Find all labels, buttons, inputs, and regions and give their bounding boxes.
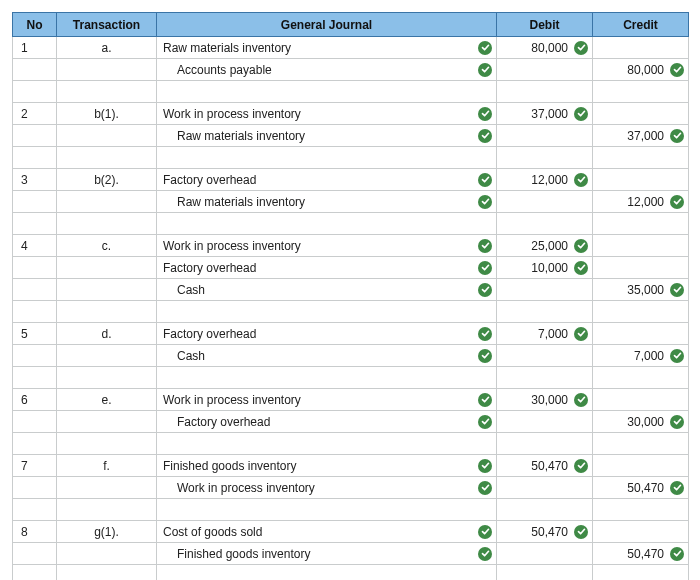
journal-table: No Transaction General Journal Debit Cre…	[12, 12, 689, 580]
table-row: Work in process inventory50,470	[13, 477, 689, 499]
cell-no	[13, 565, 57, 581]
cell-general-journal: Factory overhead	[157, 257, 497, 279]
cell-no	[13, 191, 57, 213]
cell-debit	[497, 565, 593, 581]
cell-debit	[497, 81, 593, 103]
check-icon	[478, 129, 492, 143]
cell-transaction: c.	[57, 235, 157, 257]
cell-debit: 37,000	[497, 103, 593, 125]
cell-debit	[497, 433, 593, 455]
check-icon	[670, 547, 684, 561]
header-debit: Debit	[497, 13, 593, 37]
cell-credit: 30,000	[593, 411, 689, 433]
table-row: Finished goods inventory50,470	[13, 543, 689, 565]
cell-debit: 7,000	[497, 323, 593, 345]
check-icon	[478, 349, 492, 363]
check-icon	[670, 415, 684, 429]
check-icon	[670, 481, 684, 495]
cell-credit: 50,470	[593, 543, 689, 565]
check-icon	[478, 63, 492, 77]
cell-transaction	[57, 191, 157, 213]
check-icon	[574, 239, 588, 253]
cell-transaction: d.	[57, 323, 157, 345]
cell-no	[13, 433, 57, 455]
cell-debit	[497, 411, 593, 433]
cell-credit: 80,000	[593, 59, 689, 81]
check-icon	[670, 63, 684, 77]
cell-transaction	[57, 565, 157, 581]
check-icon	[478, 239, 492, 253]
cell-no: 7	[13, 455, 57, 477]
table-row: 4c.Work in process inventory25,000	[13, 235, 689, 257]
cell-transaction	[57, 59, 157, 81]
table-row	[13, 565, 689, 581]
cell-transaction	[57, 433, 157, 455]
cell-debit	[497, 345, 593, 367]
cell-transaction	[57, 367, 157, 389]
cell-no: 4	[13, 235, 57, 257]
check-icon	[670, 349, 684, 363]
cell-no	[13, 477, 57, 499]
cell-credit	[593, 367, 689, 389]
cell-credit: 35,000	[593, 279, 689, 301]
cell-transaction	[57, 543, 157, 565]
check-icon	[574, 327, 588, 341]
cell-no	[13, 367, 57, 389]
check-icon	[478, 283, 492, 297]
cell-general-journal	[157, 367, 497, 389]
table-row: Raw materials inventory37,000	[13, 125, 689, 147]
cell-no: 2	[13, 103, 57, 125]
cell-general-journal	[157, 499, 497, 521]
cell-credit	[593, 169, 689, 191]
cell-debit	[497, 191, 593, 213]
cell-no	[13, 279, 57, 301]
cell-credit	[593, 521, 689, 543]
cell-general-journal: Raw materials inventory	[157, 125, 497, 147]
table-row	[13, 213, 689, 235]
cell-transaction: f.	[57, 455, 157, 477]
table-row: Accounts payable80,000	[13, 59, 689, 81]
cell-credit	[593, 433, 689, 455]
cell-debit	[497, 301, 593, 323]
cell-general-journal	[157, 213, 497, 235]
cell-credit	[593, 301, 689, 323]
cell-debit	[497, 59, 593, 81]
cell-transaction: g(1).	[57, 521, 157, 543]
cell-debit	[497, 125, 593, 147]
cell-credit	[593, 147, 689, 169]
cell-transaction: e.	[57, 389, 157, 411]
cell-credit	[593, 455, 689, 477]
cell-no: 3	[13, 169, 57, 191]
cell-debit: 25,000	[497, 235, 593, 257]
header-credit: Credit	[593, 13, 689, 37]
cell-debit: 50,470	[497, 521, 593, 543]
cell-no	[13, 543, 57, 565]
cell-credit	[593, 565, 689, 581]
cell-debit	[497, 213, 593, 235]
cell-credit	[593, 235, 689, 257]
cell-general-journal: Cash	[157, 345, 497, 367]
cell-general-journal	[157, 433, 497, 455]
cell-general-journal: Factory overhead	[157, 411, 497, 433]
cell-no	[13, 257, 57, 279]
cell-no	[13, 499, 57, 521]
cell-credit	[593, 389, 689, 411]
cell-debit	[497, 477, 593, 499]
check-icon	[574, 107, 588, 121]
cell-transaction	[57, 81, 157, 103]
header-transaction: Transaction	[57, 13, 157, 37]
check-icon	[478, 41, 492, 55]
check-icon	[478, 327, 492, 341]
cell-transaction	[57, 125, 157, 147]
cell-general-journal	[157, 147, 497, 169]
cell-no: 1	[13, 37, 57, 59]
cell-no	[13, 345, 57, 367]
cell-transaction	[57, 345, 157, 367]
table-row: 5d.Factory overhead7,000	[13, 323, 689, 345]
cell-general-journal	[157, 81, 497, 103]
check-icon	[574, 525, 588, 539]
cell-debit: 10,000	[497, 257, 593, 279]
cell-no	[13, 301, 57, 323]
cell-no: 8	[13, 521, 57, 543]
cell-debit: 80,000	[497, 37, 593, 59]
